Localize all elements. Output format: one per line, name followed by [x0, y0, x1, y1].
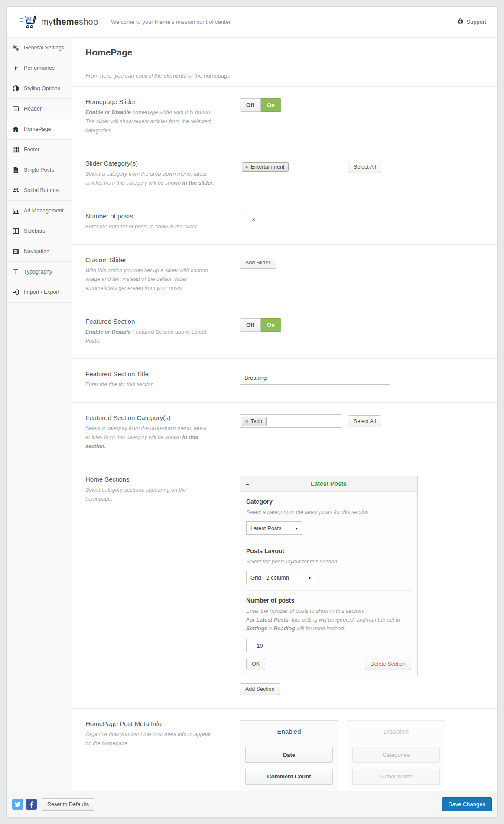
divider [246, 590, 411, 591]
chip-label: Tech [250, 418, 262, 424]
sidebar-item-footer[interactable]: Footer [7, 140, 72, 160]
row-featured-title: Featured Section Title Enter the title f… [72, 359, 497, 403]
setting-description: Enter the title for this section. [85, 380, 215, 389]
setting-description: Select a category from the drop-down men… [85, 424, 215, 451]
main: General Settings Performance Styling Opt… [7, 38, 497, 791]
category-chip[interactable]: ×Entertainment [242, 162, 289, 172]
sidebar-item-label: Header [24, 106, 42, 112]
disabled-meta-box: Disabled Categories Author Name [347, 720, 445, 791]
posts-layout-select[interactable]: Grid - 2 column▾ [246, 571, 315, 584]
sidebar-item-navigation[interactable]: Navigation [7, 241, 72, 262]
row-label: Featured Section Enable or Disable Featu… [85, 318, 240, 346]
row-label: Home Sections Select category sections a… [85, 476, 240, 695]
sidebar-item-single-posts[interactable]: Single Posts [7, 160, 72, 180]
meta-item-comment-count[interactable]: Comment Count [245, 769, 333, 785]
slider-category-input[interactable]: ×Entertainment [240, 160, 342, 173]
row-label: Featured Section Category(s) Select a ca… [85, 414, 240, 451]
bolt-icon [12, 65, 20, 72]
remove-tag-icon[interactable]: × [245, 164, 248, 169]
meta-item-date[interactable]: Date [245, 747, 333, 763]
select-all-button[interactable]: Select All [348, 161, 381, 173]
page-title: HomePage [72, 38, 497, 65]
delete-section-button[interactable]: Delete Section [365, 658, 411, 670]
row-controls: ×Tech Select All [240, 414, 484, 451]
chip-label: Entertainment [250, 164, 284, 170]
toggle-off-button[interactable]: Off [240, 98, 261, 112]
sidebar-item-homepage[interactable]: HomePage [7, 119, 72, 140]
setting-description: Select category sections appearing on th… [85, 485, 215, 504]
add-section-button[interactable]: Add Section [240, 683, 280, 695]
setting-label: Featured Section Category(s) [85, 414, 215, 421]
toggle-off-button[interactable]: Off [240, 318, 261, 332]
social-links [12, 799, 37, 810]
meta-item-author-name[interactable]: Author Name [352, 769, 440, 785]
sidebar: General Settings Performance Styling Opt… [7, 38, 72, 791]
panel-group-layout: Posts Layout Select the posts layout for… [246, 547, 411, 584]
remove-tag-icon[interactable]: × [245, 419, 248, 424]
setting-description: Enable or Disable homepage slider with t… [85, 108, 215, 135]
setting-label: Home Sections [85, 476, 215, 483]
columns-icon [12, 228, 20, 234]
support-link[interactable]: Support [457, 18, 486, 26]
toggle-on-button[interactable]: On [261, 98, 281, 112]
header-icon [12, 105, 20, 112]
panel-footer: OK Delete Section [246, 658, 411, 670]
section-posts-count-input[interactable] [246, 639, 273, 652]
sidebar-item-typography[interactable]: Typography [7, 262, 72, 282]
sidebar-item-sidebars[interactable]: Sidebars [7, 221, 72, 241]
brand-name: mythemeshop [41, 17, 98, 27]
sidebar-item-label: Single Posts [24, 167, 54, 173]
setting-description: Enter the number of posts to show in the… [85, 222, 215, 231]
featured-category-input[interactable]: ×Tech [240, 414, 342, 428]
meta-box-title: Disabled [352, 728, 440, 741]
page-intro: From here, you can control the elements … [72, 65, 497, 87]
svg-text:M: M [27, 16, 32, 23]
setting-description: Organize how you want the post meta info… [85, 730, 215, 748]
panel-field-description: Enter the number of posts to show in thi… [246, 607, 411, 633]
category-chip[interactable]: ×Tech [242, 417, 267, 426]
reset-defaults-button[interactable]: Reset to Defaults [42, 798, 94, 811]
add-slider-button[interactable]: Add Slider [240, 257, 276, 269]
select-value: Latest Posts [250, 525, 282, 531]
row-number-of-posts: Number of posts Enter the number of post… [72, 201, 497, 245]
contrast-icon [12, 85, 20, 92]
sidebar-item-label: Styling Options [24, 85, 60, 91]
meta-item-categories[interactable]: Categories [352, 747, 440, 763]
sidebar-item-label: Ad Management [24, 208, 64, 214]
app-footer: Reset to Defaults Save Changes [7, 791, 497, 817]
gears-icon [12, 44, 20, 51]
panel-header[interactable]: Latest Posts – [240, 476, 417, 492]
row-label: Homepage Slider Enable or Disable homepa… [85, 98, 240, 135]
collapse-icon[interactable]: – [246, 480, 249, 488]
featured-title-input[interactable] [240, 371, 390, 385]
sidebar-item-styling-options[interactable]: Styling Options [7, 78, 72, 99]
sidebar-item-label: Import / Export [24, 289, 59, 295]
sidebar-item-social-buttons[interactable]: Social Buttons [7, 180, 72, 201]
home-icon [12, 126, 20, 133]
row-featured-categories: Featured Section Category(s) Select a ca… [72, 403, 497, 464]
save-changes-button[interactable]: Save Changes [442, 797, 492, 811]
typography-icon [12, 268, 20, 275]
sidebar-item-label: Footer [24, 147, 39, 153]
posts-count-input[interactable] [240, 213, 267, 226]
sidebar-item-label: Typography [24, 269, 52, 275]
facebook-icon[interactable] [26, 799, 37, 810]
ok-button[interactable]: OK [246, 658, 265, 670]
homepage-slider-toggle: OffOn [240, 98, 281, 112]
settings-reading-link[interactable]: Settings > Reading [246, 625, 295, 632]
panel-body: Category Select a category or the latest… [240, 492, 417, 676]
category-select[interactable]: Latest Posts▾ [246, 521, 302, 535]
sidebar-item-general-settings[interactable]: General Settings [7, 38, 72, 58]
row-controls: Enabled Date Comment Count Disabled Cate… [240, 720, 484, 791]
setting-description: Select a category from the drop-down men… [85, 169, 215, 188]
row-controls: OffOn [240, 98, 484, 135]
select-all-button[interactable]: Select All [348, 415, 381, 427]
sidebar-item-performance[interactable]: Performance [7, 58, 72, 78]
toggle-on-button[interactable]: On [261, 318, 281, 332]
panel-field-label: Number of posts [246, 597, 411, 604]
sidebar-item-ad-management[interactable]: Ad Management [7, 201, 72, 221]
list-icon [12, 248, 20, 255]
sidebar-item-header[interactable]: Header [7, 99, 72, 119]
twitter-icon[interactable] [12, 799, 23, 810]
sidebar-item-import-export[interactable]: Import / Export [7, 282, 72, 303]
